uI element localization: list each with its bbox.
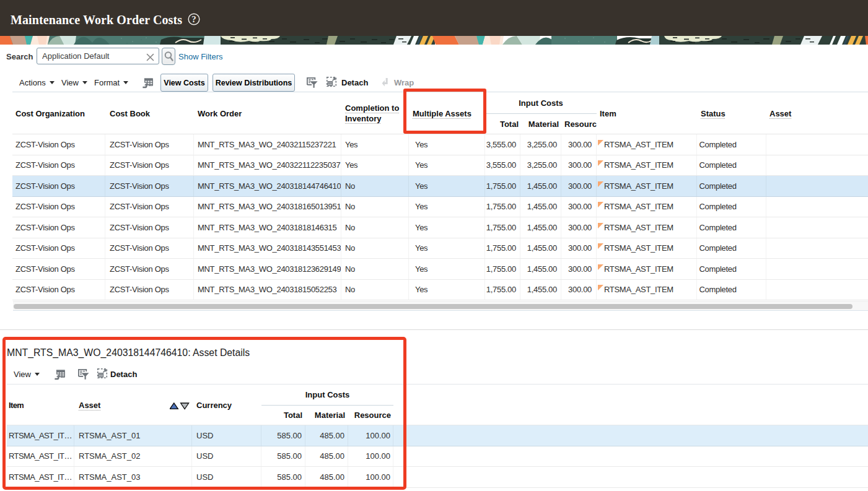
col-header-currency[interactable]: Currency: [192, 385, 261, 425]
cell-value-material: 485.00: [320, 472, 344, 482]
detach-label[interactable]: Detach: [341, 78, 368, 87]
cell-resource: 300.00: [561, 155, 597, 176]
cell-value-resource: 100.00: [366, 431, 390, 440]
cell-value-completion: No: [345, 285, 355, 294]
col-header-total[interactable]: Total: [261, 406, 305, 425]
cell-value-item: RTSMA_AST_ITEM: [604, 285, 673, 294]
cell-completion: No: [341, 280, 409, 300]
cell-value-cost-org: ZCST-Vision Ops: [15, 181, 75, 191]
cell-item: RTSMA_AST_ITEM: [7, 446, 74, 466]
actions-menu[interactable]: Actions: [19, 78, 55, 87]
detail-table-row[interactable]: RTSMA_AST_ITEM RTSMA_AST_02 USD 585.00 4…: [7, 446, 868, 467]
detail-detach-icon[interactable]: [97, 368, 110, 383]
table-row[interactable]: ZCST-Vision Ops ZCST-Vision Ops MNT_RTS_…: [12, 134, 868, 155]
table-row[interactable]: ZCST-Vision Ops ZCST-Vision Ops MNT_RTS_…: [12, 197, 868, 218]
cell-value-material: 1,455.00: [527, 202, 557, 211]
cell-value-cost-book: ZCST-Vision Ops: [110, 243, 169, 253]
label-resource: Resource: [564, 119, 597, 129]
view-costs-button[interactable]: View Costs: [160, 74, 208, 92]
col-header-asset[interactable]: Asset: [766, 93, 868, 134]
cell-status: Completed: [697, 134, 766, 155]
item-info-icon[interactable]: [598, 223, 603, 228]
detail-table-row[interactable]: RTSMA_AST_ITEM RTSMA_AST_03 USD 585.00 4…: [7, 467, 868, 487]
col-header-material[interactable]: Material: [305, 406, 348, 425]
item-info-icon[interactable]: [598, 140, 603, 146]
col-header-material[interactable]: Material: [520, 114, 561, 134]
label-asset: Asset: [769, 109, 791, 118]
cell-status: Completed: [697, 176, 766, 196]
col-header-total[interactable]: Total: [485, 114, 520, 134]
item-info-icon[interactable]: [598, 243, 603, 249]
cell-cost-organization: ZCST-Vision Ops: [12, 134, 105, 155]
review-distributions-button[interactable]: Review Distributions: [213, 74, 295, 92]
cell-value-cost-book: ZCST-Vision Ops: [110, 181, 169, 191]
cell-resource: 300.00: [561, 217, 597, 238]
horizontal-scrollbar-thumb[interactable]: [14, 304, 853, 309]
query-by-example-icon[interactable]: [305, 76, 319, 92]
detail-export-to-excel-icon[interactable]: [53, 367, 68, 385]
detail-query-by-example-icon[interactable]: [77, 368, 90, 383]
cell-value-total: 585.00: [277, 451, 302, 461]
detach-icon[interactable]: [327, 76, 339, 91]
table-row[interactable]: ZCST-Vision Ops ZCST-Vision Ops MNT_RTS_…: [12, 217, 868, 238]
cell-value-currency: USD: [196, 431, 213, 440]
search-button[interactable]: [162, 48, 175, 65]
cell-item: RTSMA_AST_ITEM: [597, 217, 697, 238]
cell-value-completion: Yes: [345, 160, 357, 170]
wrap-icon[interactable]: [382, 77, 393, 90]
cell-value-material: 485.00: [320, 431, 344, 440]
detail-table-row[interactable]: RTSMA_AST_ITEM RTSMA_AST_01 USD 585.00 4…: [7, 425, 868, 446]
col-header-resource[interactable]: Resource: [348, 406, 393, 425]
table-row[interactable]: ZCST-Vision Ops ZCST-Vision Ops MNT_RTS_…: [12, 259, 868, 280]
cell-value-total: 1,755.00: [486, 223, 516, 232]
col-header-cost-book[interactable]: Cost Book: [105, 93, 194, 134]
view-menu[interactable]: View: [61, 78, 87, 87]
detail-detach-label[interactable]: Detach: [110, 370, 137, 379]
label-view: View: [14, 370, 31, 379]
col-header-multiple-assets[interactable]: Multiple Assets: [409, 93, 485, 134]
item-info-icon[interactable]: [598, 160, 603, 166]
item-info-icon[interactable]: [598, 181, 603, 187]
cell-material: 1,455.00: [520, 280, 561, 300]
export-to-excel-icon[interactable]: [141, 76, 156, 93]
col-header-item[interactable]: Item: [597, 93, 697, 134]
table-row[interactable]: ZCST-Vision Ops ZCST-Vision Ops MNT_RTS_…: [12, 280, 868, 301]
format-menu[interactable]: Format: [94, 78, 128, 87]
cell-value-item: RTSMA_AST_ITEM: [604, 160, 673, 170]
show-filters-link[interactable]: Show Filters: [178, 52, 223, 61]
col-header-cost-organization[interactable]: Cost Organization: [12, 93, 105, 134]
cell-filler: [393, 467, 868, 487]
cell-work-order: MNT_RTS_MA3_WO_240318144746410: [194, 176, 341, 196]
cell-cost-book: ZCST-Vision Ops: [105, 197, 194, 217]
search-input[interactable]: [42, 50, 146, 63]
cell-value-total: 1,755.00: [486, 202, 516, 211]
cell-completion: Yes: [341, 155, 409, 176]
asset-details-table: Item Asset Currency Input Costs Total Ma…: [7, 384, 868, 488]
wrap-label[interactable]: Wrap: [394, 78, 414, 87]
col-header-item[interactable]: Item: [7, 385, 74, 425]
detail-view-menu[interactable]: View: [14, 370, 40, 379]
col-header-status[interactable]: Status: [697, 93, 766, 134]
cell-status: Completed: [697, 259, 766, 279]
col-header-work-order[interactable]: Work Order: [194, 93, 341, 134]
help-icon[interactable]: ?: [188, 13, 200, 25]
cell-currency: USD: [192, 446, 261, 466]
clear-search-icon[interactable]: [146, 53, 154, 61]
cell-value-status: Completed: [699, 181, 737, 191]
cell-multiple-assets: Yes: [409, 238, 485, 259]
item-info-icon[interactable]: [598, 285, 603, 290]
col-header-completion-to-inventory[interactable]: Completion to Inventory: [341, 93, 409, 134]
cell-asset: [766, 217, 868, 238]
cell-asset: [766, 238, 868, 259]
cell-value-item: RTSMA_AST_ITEM: [604, 223, 673, 232]
cell-resource: 300.00: [561, 280, 597, 300]
table-row[interactable]: ZCST-Vision Ops ZCST-Vision Ops MNT_RTS_…: [12, 155, 868, 176]
cell-item: RTSMA_AST_ITEM: [597, 259, 697, 279]
cell-completion: No: [341, 217, 409, 238]
item-info-icon[interactable]: [598, 264, 603, 270]
cell-value-cost-book: ZCST-Vision Ops: [110, 202, 169, 211]
item-info-icon[interactable]: [598, 202, 603, 207]
col-header-resource[interactable]: Resource: [561, 114, 597, 134]
table-row[interactable]: ZCST-Vision Ops ZCST-Vision Ops MNT_RTS_…: [12, 176, 868, 197]
table-row[interactable]: ZCST-Vision Ops ZCST-Vision Ops MNT_RTS_…: [12, 238, 868, 259]
